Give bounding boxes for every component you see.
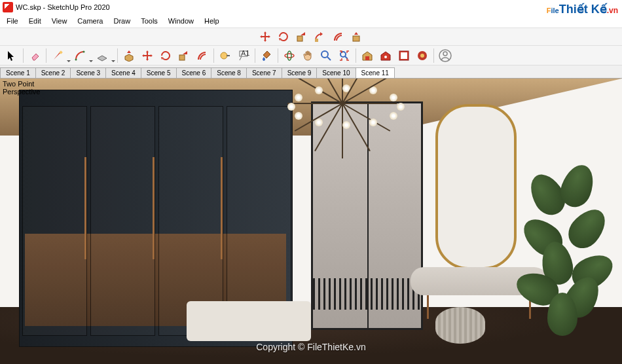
watermark-text: Copyright © FileThietKe.vn xyxy=(256,342,366,352)
main-toolbar: A1 xyxy=(0,46,622,65)
ottoman-model xyxy=(187,301,311,341)
offset-icon[interactable] xyxy=(331,29,346,45)
tape-tool-icon[interactable] xyxy=(216,47,234,64)
rotate-icon[interactable] xyxy=(276,29,291,45)
svg-point-19 xyxy=(420,54,424,58)
extwarehouse-tool-icon[interactable] xyxy=(376,47,395,64)
title-bar: WC.skp - SketchUp Pro 2020 xyxy=(0,0,622,14)
shape-tool-icon[interactable] xyxy=(93,47,111,64)
layout-tool-icon[interactable] xyxy=(395,47,413,64)
pan-tool-icon[interactable] xyxy=(299,47,317,64)
line-tool-icon[interactable] xyxy=(48,47,67,64)
svg-rect-14 xyxy=(365,56,369,60)
text-tool-icon[interactable]: A1 xyxy=(234,47,253,64)
svg-rect-0 xyxy=(297,36,302,41)
menu-edit[interactable]: Edit xyxy=(24,16,46,26)
menu-file[interactable]: File xyxy=(1,16,24,26)
zoom-extents-tool-icon[interactable] xyxy=(335,47,354,64)
paint-tool-icon[interactable] xyxy=(257,47,276,64)
scene-tab[interactable]: Scene 1 xyxy=(0,67,36,78)
select-tool-icon[interactable] xyxy=(3,47,21,64)
svg-point-12 xyxy=(321,51,328,58)
followme-icon[interactable] xyxy=(312,29,328,45)
user-tool-icon[interactable] xyxy=(436,47,454,64)
camera-mode-overlay: Two Point Perspective xyxy=(3,80,40,96)
zoom-tool-icon[interactable] xyxy=(317,47,335,64)
mirror-model xyxy=(435,104,517,270)
menu-draw[interactable]: Draw xyxy=(108,16,136,26)
menu-help[interactable]: Help xyxy=(199,16,225,26)
shape-flyout[interactable] xyxy=(111,47,115,64)
orbit-tool-icon[interactable] xyxy=(280,47,299,64)
svg-point-11 xyxy=(287,51,291,60)
scene-tab[interactable]: Scene 2 xyxy=(35,67,71,78)
scene-tab[interactable]: Scene 11 xyxy=(356,67,395,78)
svg-point-13 xyxy=(340,52,346,57)
scene-tab[interactable]: Scene 6 xyxy=(176,67,212,78)
menu-camera[interactable]: Camera xyxy=(72,16,108,26)
chandelier-model xyxy=(274,84,411,130)
svg-rect-1 xyxy=(315,39,318,42)
svg-point-10 xyxy=(285,54,294,58)
svg-point-4 xyxy=(75,58,77,60)
window-title: WC.skp - SketchUp Pro 2020 xyxy=(16,3,110,11)
overlay-line1: Two Point xyxy=(3,80,40,88)
svg-point-21 xyxy=(443,52,447,56)
svg-rect-6 xyxy=(179,55,185,60)
menu-window[interactable]: Window xyxy=(163,16,199,26)
svg-rect-17 xyxy=(401,52,407,59)
move-icon[interactable] xyxy=(257,29,273,45)
scene-render xyxy=(0,79,622,364)
menu-view[interactable]: View xyxy=(46,16,73,26)
menu-tools[interactable]: Tools xyxy=(136,16,163,26)
plant-model xyxy=(522,164,622,336)
rotate-tool-icon[interactable] xyxy=(156,47,175,64)
svg-point-7 xyxy=(221,52,227,59)
offset-tool-icon[interactable] xyxy=(193,47,211,64)
scale-icon[interactable] xyxy=(294,29,310,45)
engine-tool-icon[interactable] xyxy=(413,47,431,64)
svg-point-5 xyxy=(83,50,85,52)
top-toolbar xyxy=(0,27,622,46)
scene-tab[interactable]: Scene 5 xyxy=(141,67,177,78)
scene-tab[interactable]: Scene 8 xyxy=(211,67,247,78)
stool-model xyxy=(435,307,485,344)
scene-tab[interactable]: Scene 4 xyxy=(105,67,141,78)
scene-tabs: Scene 1Scene 2Scene 3Scene 4Scene 5Scene… xyxy=(0,65,622,79)
eraser-tool-icon[interactable] xyxy=(26,47,44,64)
menu-bar: File Edit View Camera Draw Tools Window … xyxy=(0,14,622,27)
scale-tool-icon[interactable] xyxy=(175,47,193,64)
overlay-line2: Perspective xyxy=(3,88,40,96)
move-tool-icon[interactable] xyxy=(138,47,156,64)
app-icon xyxy=(3,2,13,12)
svg-rect-2 xyxy=(353,36,359,41)
scene-tab[interactable]: Scene 10 xyxy=(316,67,356,78)
watermark-logo: FileThiết Kế.vn xyxy=(547,1,618,16)
pushpull-icon[interactable] xyxy=(349,29,365,45)
warehouse-tool-icon[interactable] xyxy=(358,47,376,64)
pushpull-tool-icon[interactable] xyxy=(120,47,138,64)
arc-tool-icon[interactable] xyxy=(71,47,89,64)
sliding-door-model xyxy=(311,101,423,330)
svg-text:A1: A1 xyxy=(241,50,249,57)
viewport[interactable]: Two Point Perspective Copyright © FileTh… xyxy=(0,79,622,364)
scene-tab[interactable]: Scene 9 xyxy=(282,67,318,78)
svg-point-15 xyxy=(384,56,387,58)
scene-tab[interactable]: Scene 7 xyxy=(246,67,282,78)
scene-tab[interactable]: Scene 3 xyxy=(70,67,106,78)
